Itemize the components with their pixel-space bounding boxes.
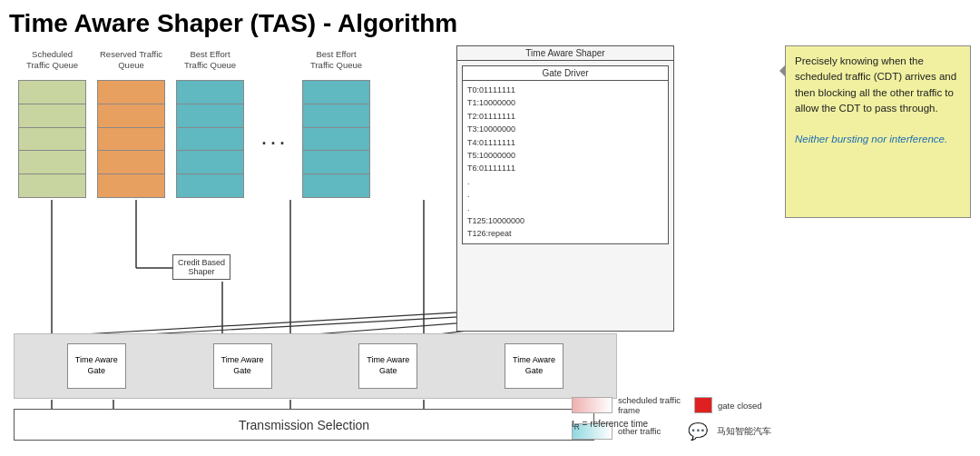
wechat-icon: 💬 — [684, 420, 711, 442]
queue-seg — [18, 80, 86, 104]
time-aware-gate-2: Time AwareGate — [213, 343, 272, 389]
queue-seg — [176, 104, 244, 127]
tas-outer-box: Time Aware Shaper Gate Driver T0:0111111… — [456, 45, 674, 332]
legend-box-scheduled — [572, 397, 612, 413]
gate-codes: T0:01111111 T1:10000000 T2:01111111 T3:1… — [463, 81, 668, 243]
queue-seg — [97, 104, 165, 127]
queue-seg — [176, 150, 244, 173]
queue-label-1: ScheduledTraffic Queue — [18, 49, 86, 72]
queue-seg — [97, 150, 165, 173]
legend-box-gate-closed — [694, 397, 712, 413]
page-title: Time Aware Shaper (TAS) - Algorithm — [9, 9, 971, 38]
queue-reserved — [97, 80, 165, 198]
queue-dots: . . . — [255, 80, 291, 198]
diagram-area: . . . ScheduledTraffic Queue Reserved Tr… — [9, 45, 971, 436]
queue-seg — [176, 80, 244, 104]
queue-seg — [18, 127, 86, 151]
queue-seg — [97, 127, 165, 151]
left-diagram: . . . ScheduledTraffic Queue Reserved Tr… — [9, 45, 717, 436]
cbs-box: Credit BasedShaper — [172, 254, 230, 280]
queue-labels-row: ScheduledTraffic Queue Reserved TrafficQ… — [18, 49, 370, 72]
queue-seg — [97, 80, 165, 104]
time-aware-gate-1: Time AwareGate — [67, 343, 126, 389]
tas-label: Time Aware Shaper — [457, 46, 673, 61]
queue-seg — [176, 127, 244, 151]
tooltip-highlight: Neither bursting nor interference. — [795, 134, 947, 144]
gates-area: Time AwareGate Time AwareGate Time Aware… — [14, 333, 617, 399]
queue-label-3: Best EffortTraffic Queue — [176, 49, 244, 72]
dots-spacer — [255, 49, 291, 72]
gate-driver-box: Gate Driver T0:01111111 T1:10000000 T2:0… — [462, 65, 669, 244]
queue-seg — [18, 150, 86, 173]
time-aware-gate-3: Time AwareGate — [358, 343, 417, 389]
queue-scheduled — [18, 80, 86, 198]
transmission-selection: Transmission Selection — [14, 409, 594, 441]
time-aware-gate-4: Time AwareGate — [505, 343, 564, 389]
queue-seg — [302, 127, 370, 151]
queue-label-2: Reserved TrafficQueue — [97, 49, 165, 72]
queue-seg — [302, 173, 370, 198]
legend-label-gate-closed: gate closed — [718, 401, 762, 411]
transmission-label: Transmission Selection — [239, 418, 369, 432]
legend-label-scheduled: scheduled trafficframe — [618, 395, 681, 415]
brand-label: 马知智能汽车 — [717, 425, 771, 438]
queue-seg — [18, 104, 86, 127]
queue-label-4: Best EffortTraffic Queue — [302, 49, 370, 72]
queue-seg — [302, 80, 370, 104]
queue-seg — [18, 173, 86, 198]
queue-seg — [176, 173, 244, 198]
queues-row: . . . — [18, 80, 370, 198]
gate-driver-label: Gate Driver — [463, 66, 668, 81]
legend-item-gate-closed: gate closed — [694, 397, 762, 413]
ref-time: tR = reference time — [572, 419, 648, 431]
queue-seg — [97, 173, 165, 198]
queue-seg — [302, 150, 370, 173]
legend-item-scheduled: scheduled trafficframe — [572, 395, 681, 415]
tooltip-text: Precisely knowing when the scheduled tra… — [795, 55, 956, 114]
legend-row-1: scheduled trafficframe gate closed — [572, 395, 889, 415]
queue-best-effort-1 — [176, 80, 244, 198]
svg-line-10 — [52, 309, 520, 336]
queue-best-effort-2 — [302, 80, 370, 198]
cbs-label: Credit BasedShaper — [178, 258, 225, 276]
queue-seg — [302, 104, 370, 127]
tooltip-box: Precisely knowing when the scheduled tra… — [785, 45, 971, 218]
